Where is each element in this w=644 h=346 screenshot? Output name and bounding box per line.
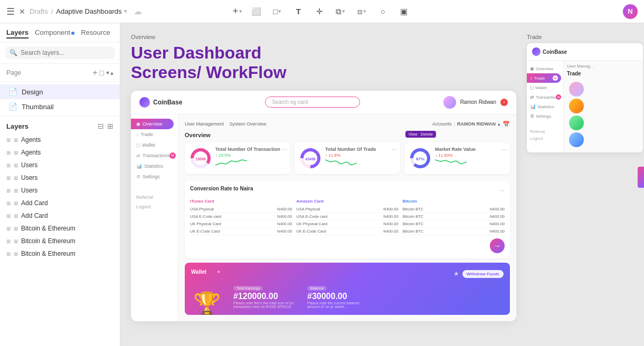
bitcoin-row-4: Bitcoin BTCN400.00 bbox=[403, 228, 505, 235]
tab-layers[interactable]: Layers bbox=[6, 27, 29, 37]
trade-sidebar-trade[interactable]: ↕ Trade M bbox=[527, 73, 561, 83]
sidebar-transactions[interactable]: ⇌ Transactions M bbox=[131, 150, 178, 161]
frame-tool-button[interactable]: ⬜ bbox=[249, 4, 263, 19]
svg-text:43498: 43498 bbox=[305, 157, 316, 161]
layer-item-users-1[interactable]: ⊞ ⊞ Users bbox=[0, 159, 120, 171]
user-avatar[interactable]: N bbox=[623, 4, 638, 19]
close-icon[interactable]: ✕ bbox=[19, 7, 25, 16]
trade-statistics-label: Statistics bbox=[537, 104, 554, 109]
page-design-label: Design bbox=[22, 88, 43, 96]
sidebar-trade[interactable]: ↕ Trade bbox=[131, 129, 178, 140]
page-item-design[interactable]: 📄 Design bbox=[0, 84, 120, 99]
conversion-next-button[interactable]: → bbox=[490, 238, 505, 253]
search-bar[interactable]: Search eg card bbox=[265, 97, 360, 108]
wallet-earnings-label: Total Earnings bbox=[233, 286, 263, 291]
card-donut-wrap-2: 43498 Total Number Of Trade ↓ 11.8% bbox=[299, 147, 396, 170]
layer-item-addcard-2[interactable]: ⊞ ⊞ Add Card bbox=[0, 209, 120, 222]
sidebar-trade-icon: ↕ bbox=[136, 132, 139, 137]
sidebar-overview[interactable]: ◉ Overview bbox=[131, 119, 174, 129]
add-button[interactable]: + ▾ bbox=[233, 6, 243, 17]
tab-resource[interactable]: Resource bbox=[81, 27, 110, 37]
folder-page-button[interactable]: □ bbox=[100, 69, 104, 77]
trade-transactions-icon: ⇌ bbox=[530, 94, 534, 100]
more-tooltip: View Delete bbox=[405, 131, 436, 138]
circle-tool-button[interactable]: ○ bbox=[375, 4, 390, 19]
layer-item-agents-2[interactable]: ⊞ ⊞ Agents bbox=[0, 146, 120, 159]
sidebar-settings[interactable]: ⚙ Settings bbox=[131, 171, 178, 182]
wallet-card: Wallet ★ Withdraw Funds Total Ear bbox=[185, 263, 510, 315]
sidebar-logout[interactable]: Logout bbox=[136, 202, 173, 212]
sidebar-trade-label: Trade bbox=[141, 132, 153, 137]
conversion-columns: iTunes Card USA PhysicalN400.00 USA E-Co… bbox=[190, 199, 505, 235]
sidebar-wallet-label: Wallet bbox=[142, 142, 155, 148]
breadcrumb-dropdown-icon[interactable]: ▾ bbox=[124, 8, 127, 15]
layer-item-bitcoin-1[interactable]: ⊞ ⊞ Bitcoin & Ethereum bbox=[0, 222, 120, 235]
layer-item-users-2[interactable]: ⊞ ⊞ Users bbox=[0, 171, 120, 184]
trade-logout[interactable]: Logout bbox=[527, 134, 563, 143]
search-input[interactable] bbox=[21, 49, 110, 56]
tab-component[interactable]: Component bbox=[35, 27, 74, 37]
trade-sidebar-overview[interactable]: ◉ Overview bbox=[527, 64, 563, 73]
itunes-col-title: iTunes Card bbox=[190, 199, 292, 204]
trade-overview-label: Overview bbox=[536, 66, 553, 71]
trade-sidebar-statistics[interactable]: 📊 Statistics bbox=[527, 102, 563, 111]
amazon-row-4: UK E-Code CardN400.00 bbox=[296, 228, 398, 235]
sidebar-wallet[interactable]: ◻ Wallet bbox=[131, 140, 178, 150]
shape-tool-button[interactable]: □▾ bbox=[270, 4, 285, 19]
preview-username: Ramon Ridwan bbox=[460, 99, 496, 105]
layer-item-agents-1[interactable]: ⊞ ⊞ Agents bbox=[0, 133, 120, 146]
sidebar-statistics[interactable]: 📊 Statistics bbox=[131, 161, 178, 171]
preview-main: User Management System Overview Accounts… bbox=[178, 114, 516, 321]
down-arrow-icon-3: ↓ bbox=[435, 153, 437, 158]
wallet-star-icon: ★ bbox=[453, 270, 459, 277]
wallet-content: Total Earnings #120000.00 Please note th… bbox=[191, 282, 504, 309]
layer-item-addcard-1[interactable]: ⊞ ⊞ Add Card bbox=[0, 197, 120, 209]
amazon-row-2: USA E-Code cardN400.00 bbox=[296, 213, 398, 220]
add-page-button[interactable]: + bbox=[92, 68, 97, 78]
trade-sidebar-transactions[interactable]: ⇌ Transactions M bbox=[527, 92, 563, 102]
hero-title-line2: Screens/ WorkFlow bbox=[131, 63, 516, 82]
menu-icon[interactable]: ☰ bbox=[6, 6, 15, 17]
wallet-header: Wallet ★ Withdraw Funds bbox=[191, 269, 504, 279]
sparkle-icon-2: ✦ bbox=[211, 300, 215, 304]
page-dropdown[interactable]: ▾ ▴ bbox=[106, 69, 113, 76]
logo-icon bbox=[139, 97, 150, 108]
withdraw-funds-button[interactable]: Withdraw Funds bbox=[462, 270, 504, 278]
topbar-calendar-icon[interactable]: 📅 bbox=[503, 121, 510, 128]
trade-referral[interactable]: Referral bbox=[527, 121, 563, 134]
trade-sidebar-settings[interactable]: ⚙ Settings bbox=[527, 111, 563, 121]
mask-tool-button[interactable]: ⧈▾ bbox=[354, 4, 369, 19]
layer-item-bitcoin-2[interactable]: ⊞ ⊞ Bitcoin & Ethereum bbox=[0, 235, 120, 247]
right-avatar-3 bbox=[569, 116, 584, 130]
card-more-dots-3[interactable]: ··· bbox=[501, 146, 507, 153]
card-change-3: ↓ 11.93% bbox=[435, 153, 506, 158]
layer-item-users-3[interactable]: ⊞ ⊞ Users bbox=[0, 184, 120, 197]
text-tool-button[interactable]: T bbox=[291, 4, 306, 19]
card-more-dots-2[interactable]: ··· bbox=[392, 146, 397, 153]
layers-collapse-icon[interactable]: ⊞ bbox=[107, 122, 113, 130]
down-arrow-icon-2: ↓ bbox=[325, 153, 327, 158]
slice-tool-button[interactable]: ▣ bbox=[396, 4, 411, 19]
trade-sidebar-wallet[interactable]: ◻ Wallet bbox=[527, 83, 563, 92]
layer-name: Agents bbox=[21, 136, 41, 143]
conversion-header: Conversion Rate to Naira ··· bbox=[190, 186, 505, 196]
conversion-more-dots[interactable]: ··· bbox=[499, 187, 505, 194]
card-more-dots-1[interactable]: ··· bbox=[282, 146, 287, 153]
trade-body: ◉ Overview ↕ Trade M ◻ W bbox=[527, 61, 643, 152]
conversion-arrow-wrap: → bbox=[190, 238, 505, 253]
layer-item-bitcoin-3[interactable]: ⊞ ⊞ Bitcoin & Ethereum bbox=[0, 247, 120, 260]
move-tool-button[interactable]: ✛ bbox=[312, 4, 327, 19]
breadcrumb-current[interactable]: Adaptive Dashboards bbox=[56, 7, 121, 15]
left-panel: Layers Component Resource 🔍 Page + □ ▾ ▴ bbox=[0, 23, 120, 346]
trade-trade-icon: ↕ bbox=[530, 75, 533, 81]
layers-expand-icon[interactable]: ⊟ bbox=[98, 122, 104, 130]
page-item-thumbnail[interactable]: 📄 Thumbnail bbox=[0, 99, 120, 114]
topbar: User Management System Overview Accounts… bbox=[185, 121, 510, 128]
transactions-badge: M bbox=[169, 152, 176, 159]
sidebar-referral[interactable]: Referral bbox=[136, 193, 173, 202]
trade-transactions-badge: M bbox=[556, 94, 561, 100]
topbar-dropdown-icon[interactable]: ▴ bbox=[498, 121, 500, 127]
trade-frame: Trade CoinBase bbox=[527, 34, 643, 321]
component-tool-button[interactable]: ⧉▾ bbox=[333, 4, 348, 19]
bitcoin-col-title: Bitcoin bbox=[403, 199, 505, 204]
